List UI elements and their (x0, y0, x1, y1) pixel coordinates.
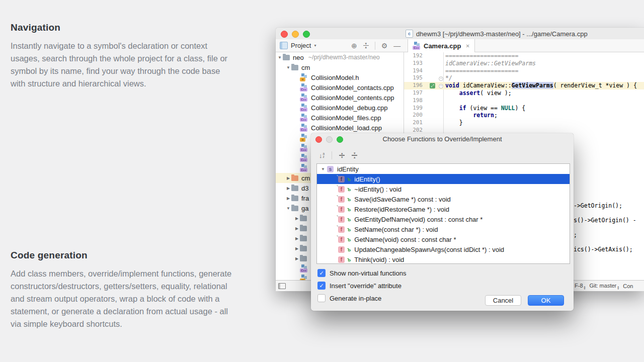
checkbox-row[interactable]: Generate in-place (317, 293, 406, 303)
zoom-window-button[interactable] (303, 31, 310, 38)
function-icon: f↑ (338, 186, 345, 193)
struct-icon: s (327, 166, 334, 172)
code-text: void idCameraView::GetViewParms( renderV… (445, 82, 637, 89)
code-text: ===================== (445, 67, 518, 75)
tree-row[interactable]: ▼neo~/prj/dhewm3-master/neo (276, 52, 404, 62)
cpp-file-icon: C++ (300, 83, 308, 92)
function-row[interactable]: f↑ъGetEntityDefName(void) const : const … (317, 214, 570, 224)
fold-marker-icon[interactable]: − (439, 84, 443, 88)
chevron-collapsed-icon[interactable]: ▶ (285, 176, 291, 180)
function-row[interactable]: f↑ъSave(idSaveGame *) const : void (317, 194, 570, 204)
chevron-collapsed-icon[interactable]: ▶ (294, 256, 300, 261)
ok-button[interactable]: OK (528, 295, 564, 306)
chevron-expanded-icon[interactable]: ▼ (285, 206, 291, 211)
chevron-down-icon: ▾ (314, 43, 316, 48)
code-line[interactable]: 197 assert( view ); (404, 89, 644, 97)
chevron-expanded-icon[interactable]: ▼ (285, 65, 291, 70)
function-list[interactable]: ▼sidEntityf↑ъidEntity()f↑ъ~idEntity() : … (316, 163, 570, 264)
chevron-expanded-icon[interactable]: ▼ (277, 55, 283, 60)
override-arrow-icon: ↑ (336, 224, 339, 227)
checkbox-unchecked[interactable] (317, 294, 326, 302)
statusbar-widget[interactable]: Git: master▲▼ (589, 283, 619, 290)
toolwindow-header: Project ▾ ⊕ ▼▲ ⚙ — C++ Camera.cpp ✕ (276, 39, 644, 52)
function-row[interactable]: fъUpdateChangeableSpawnArgs(const idDict… (317, 244, 570, 254)
editor-tab-camera-cpp[interactable]: C++ Camera.cpp ✕ (408, 39, 475, 52)
tree-item-label: d3 (301, 185, 308, 192)
overridden-marker-icon[interactable]: ⤢ (430, 83, 435, 88)
checkbox-row[interactable]: ✓Insert "override" attribute (317, 281, 406, 291)
function-icon: f↑ (338, 216, 345, 223)
folder-icon (291, 65, 298, 70)
chevron-collapsed-icon[interactable]: ▶ (294, 216, 300, 221)
checkbox-checked[interactable]: ✓ (317, 282, 326, 290)
collapse-all-icon[interactable]: ▼▲ (352, 152, 357, 158)
code-fragment: ; (574, 231, 577, 238)
tree-row[interactable]: HCollisionModel.h (276, 72, 404, 82)
expand-all-icon[interactable]: ▲▼ (339, 152, 345, 158)
sort-alphabetically-icon[interactable]: ↓ az (319, 152, 325, 159)
code-line[interactable]: 192===================== (404, 52, 644, 60)
close-tab-icon[interactable]: ✕ (465, 43, 469, 49)
code-line[interactable]: 195−*/ (404, 74, 644, 82)
line-number: 192 (404, 52, 423, 60)
tree-row[interactable]: C++CollisionModel_debug.cpp (276, 103, 404, 113)
chevron-collapsed-icon[interactable]: ▶ (294, 246, 300, 251)
window-title-text: dhewm3 [~/prj/dhewm3-master/neo] - .../g… (416, 30, 588, 38)
code-line[interactable]: 193idCameraView::GetViewParms (404, 60, 644, 67)
tree-row[interactable]: C++CollisionModel_contents.cpp (276, 93, 404, 103)
tree-row[interactable]: C++CollisionModel_load.cpp (276, 123, 404, 133)
close-window-button[interactable] (281, 31, 288, 38)
override-marker-icon: ъ (347, 257, 351, 262)
function-group-row[interactable]: ▼sidEntity (317, 164, 570, 174)
code-text: assert( view ); (445, 89, 512, 97)
checkbox-label: Show non-virtual functions (330, 269, 406, 277)
hide-panel-icon[interactable]: — (393, 42, 400, 49)
cpp-file-icon: C++ (300, 144, 308, 152)
line-number: 200 (404, 112, 423, 119)
gear-icon[interactable]: ⚙ (381, 42, 388, 49)
cpp-file-icon: C++ (300, 164, 308, 172)
line-number: 197 (404, 89, 423, 97)
code-line[interactable]: 201 } (404, 119, 644, 127)
section-navigation-heading: Navigation (11, 22, 236, 33)
collapse-all-icon[interactable]: ▼▲ (363, 43, 369, 49)
window-titlebar[interactable]: c dhewm3 [~/prj/dhewm3-master/neo] - ...… (276, 28, 644, 40)
override-marker-icon: ъ (347, 187, 351, 192)
function-row[interactable]: fъThink(void) : void (317, 254, 570, 264)
code-line[interactable]: 194===================== (404, 67, 644, 75)
chevron-collapsed-icon[interactable]: ▶ (285, 186, 291, 191)
function-row[interactable]: f↑ъidEntity() (317, 174, 570, 184)
chevron-expanded-icon[interactable]: ▼ (320, 167, 326, 171)
function-row[interactable]: f↑ъ~idEntity() : void (317, 184, 570, 194)
code-line[interactable]: 198 (404, 97, 644, 105)
statusbar-widget[interactable]: Con (623, 283, 633, 289)
tree-row[interactable]: ▼cm (276, 62, 404, 72)
cpp-file-icon: C++ (300, 104, 308, 112)
function-row[interactable]: f↑ъRestore(idRestoreGame *) : void (317, 204, 570, 214)
locate-file-icon[interactable]: ⊕ (351, 42, 357, 49)
project-view-chooser[interactable]: Project ▾ (280, 39, 316, 52)
checkbox-row[interactable]: ✓Show non-virtual functions (317, 268, 406, 278)
code-line[interactable]: 199 if (view == NULL) { (404, 105, 644, 112)
code-line[interactable]: 196⤢−void idCameraView::GetViewParms( re… (404, 82, 644, 89)
chevron-collapsed-icon[interactable]: ▶ (294, 226, 300, 231)
tree-row[interactable]: C++CollisionModel_files.cpp (276, 113, 404, 123)
dialog-titlebar[interactable]: Choose Functions to Override/Implement (311, 133, 574, 144)
minimize-window-button[interactable] (292, 31, 299, 38)
function-icon: f↑ (338, 176, 345, 183)
statusbar-widget[interactable]: F-8▲▼ (575, 283, 586, 290)
checkbox-checked[interactable]: ✓ (317, 269, 326, 277)
function-row[interactable]: f↑ъSetName(const char *) : void (317, 224, 570, 234)
project-view-label: Project (291, 42, 311, 49)
dialog-toolbar: ↓ az ▲▼ ▼▲ (319, 149, 357, 161)
chevron-collapsed-icon[interactable]: ▶ (294, 236, 300, 241)
chevron-collapsed-icon[interactable]: ▶ (285, 196, 291, 201)
tree-row[interactable]: C++CollisionModel_contacts.cpp (276, 82, 404, 93)
cancel-button[interactable]: Cancel (485, 295, 521, 306)
fold-marker-icon[interactable]: − (439, 76, 443, 81)
override-implement-dialog: Choose Functions to Override/Implement ↓… (311, 133, 574, 311)
function-row[interactable]: f↑ъGetName(void) const : const char * (317, 234, 570, 244)
toolwindow-toggle-icon[interactable] (278, 283, 286, 289)
code-line[interactable]: 200 return; (404, 112, 644, 119)
section-code-generation-body: Add class members, override/implement fu… (11, 267, 236, 330)
